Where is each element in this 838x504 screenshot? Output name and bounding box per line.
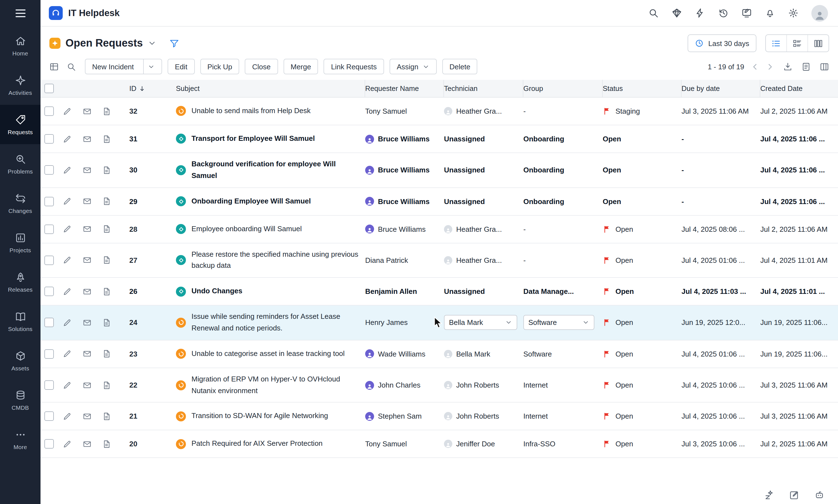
request-id[interactable]: 23 bbox=[116, 350, 151, 358]
notifications-bell-icon[interactable] bbox=[765, 8, 775, 18]
next-page-icon[interactable] bbox=[766, 62, 774, 71]
row-select-checkbox[interactable] bbox=[44, 349, 54, 359]
request-id[interactable]: 27 bbox=[116, 256, 151, 265]
request-subject[interactable]: Background verification for employee Wil… bbox=[151, 159, 365, 182]
flash-icon[interactable] bbox=[695, 8, 705, 18]
reply-mail-icon[interactable] bbox=[83, 197, 91, 206]
edit-request-icon[interactable] bbox=[63, 197, 72, 206]
reply-mail-icon[interactable] bbox=[83, 134, 91, 143]
delete-button[interactable]: Delete bbox=[442, 59, 477, 74]
view-selector-chevron-icon[interactable] bbox=[148, 39, 157, 48]
request-subject[interactable]: Migration of ERP VM on Hyper-V to OVHclo… bbox=[151, 374, 365, 397]
request-subject[interactable]: Patch Required for AIX Server Protection bbox=[151, 438, 365, 450]
reply-mail-icon[interactable] bbox=[83, 349, 91, 358]
sidebar-item-cmdb[interactable]: CMDB bbox=[0, 380, 40, 420]
sidebar-item-releases[interactable]: Releases bbox=[0, 262, 40, 302]
sidebar-item-changes[interactable]: Changes bbox=[0, 183, 40, 223]
request-subject[interactable]: Onboarding Employee Will Samuel bbox=[151, 195, 365, 207]
search-icon[interactable] bbox=[648, 8, 659, 18]
edit-request-icon[interactable] bbox=[63, 412, 72, 421]
reply-mail-icon[interactable] bbox=[83, 166, 91, 175]
row-select-checkbox[interactable] bbox=[44, 412, 54, 421]
edit-request-icon[interactable] bbox=[63, 166, 72, 175]
add-notes-icon[interactable] bbox=[102, 318, 111, 327]
sidebar-item-more[interactable]: More bbox=[0, 420, 40, 459]
row-select-checkbox[interactable] bbox=[44, 134, 54, 144]
column-header-created[interactable]: Created Date bbox=[760, 80, 838, 97]
sidebar-item-home[interactable]: Home bbox=[0, 26, 40, 66]
detail-view-button[interactable] bbox=[786, 35, 807, 52]
zia-icon[interactable] bbox=[764, 489, 775, 500]
edit-request-icon[interactable] bbox=[63, 224, 72, 233]
pick-up-button[interactable]: Pick Up bbox=[200, 59, 240, 74]
column-header-technician[interactable]: Technician bbox=[444, 80, 523, 97]
edit-request-icon[interactable] bbox=[63, 440, 72, 449]
prev-page-icon[interactable] bbox=[751, 62, 759, 71]
request-row-29[interactable]: 29 Onboarding Employee Will Samuel Bruce… bbox=[40, 188, 838, 215]
merge-button[interactable]: Merge bbox=[283, 59, 318, 74]
request-subject[interactable]: Issue while sending reminders for Asset … bbox=[151, 311, 365, 334]
add-notes-icon[interactable] bbox=[102, 349, 111, 358]
menu-icon[interactable] bbox=[0, 0, 40, 26]
edit-request-icon[interactable] bbox=[63, 318, 72, 327]
assign-button[interactable]: Assign bbox=[389, 59, 437, 74]
request-row-21[interactable]: 21 Transition to SD-WAN for Agile Networ… bbox=[40, 403, 838, 431]
row-select-checkbox[interactable] bbox=[44, 380, 54, 390]
edit-button[interactable]: Edit bbox=[168, 59, 194, 74]
column-header-id[interactable]: ID bbox=[116, 80, 151, 97]
add-notes-icon[interactable] bbox=[102, 381, 111, 390]
request-row-31[interactable]: 31 Transport for Employee Will Samuel Br… bbox=[40, 125, 838, 153]
request-id[interactable]: 26 bbox=[116, 287, 151, 295]
sidebar-item-assets[interactable]: Assets bbox=[0, 341, 40, 380]
request-subject[interactable]: Transition to SD-WAN for Agile Networkin… bbox=[151, 411, 365, 422]
request-row-28[interactable]: 28 Employee onboarding Will Samuel Bruce… bbox=[40, 215, 838, 243]
reply-mail-icon[interactable] bbox=[83, 224, 91, 233]
request-id[interactable]: 30 bbox=[116, 166, 151, 174]
row-select-checkbox[interactable] bbox=[44, 224, 54, 234]
reply-mail-icon[interactable] bbox=[83, 256, 91, 265]
select-all-checkbox[interactable] bbox=[44, 84, 54, 93]
sidebar-item-solutions[interactable]: Solutions bbox=[0, 302, 40, 341]
edit-request-icon[interactable] bbox=[63, 256, 72, 265]
add-notes-icon[interactable] bbox=[102, 412, 111, 421]
add-notes-icon[interactable] bbox=[102, 107, 111, 115]
add-notes-icon[interactable] bbox=[102, 224, 111, 233]
reply-mail-icon[interactable] bbox=[83, 287, 91, 296]
request-id[interactable]: 24 bbox=[116, 319, 151, 327]
sidebar-item-problems[interactable]: Problems bbox=[0, 144, 40, 183]
request-id[interactable]: 22 bbox=[116, 381, 151, 389]
request-subject[interactable]: Undo Changes bbox=[151, 286, 365, 298]
sidebar-item-requests[interactable]: Requests bbox=[0, 105, 40, 144]
column-header-due[interactable]: Due by date bbox=[681, 80, 760, 97]
group-dropdown[interactable]: Software bbox=[523, 315, 594, 330]
user-avatar[interactable] bbox=[811, 5, 828, 21]
row-select-checkbox[interactable] bbox=[44, 439, 54, 449]
request-subject[interactable]: Please restore the specified machine usi… bbox=[151, 249, 365, 272]
sidebar-item-activities[interactable]: Activities bbox=[0, 66, 40, 105]
request-id[interactable]: 32 bbox=[116, 107, 151, 115]
reply-mail-icon[interactable] bbox=[83, 318, 91, 327]
row-select-checkbox[interactable] bbox=[44, 287, 54, 296]
request-row-22[interactable]: 22 Migration of ERP VM on Hyper-V to OVH… bbox=[40, 368, 838, 403]
request-id[interactable]: 29 bbox=[116, 197, 151, 205]
add-notes-icon[interactable] bbox=[102, 440, 111, 449]
list-view-button[interactable] bbox=[766, 35, 786, 52]
add-notes-icon[interactable] bbox=[102, 166, 111, 175]
column-header-subject[interactable]: Subject bbox=[151, 80, 365, 97]
request-id[interactable]: 20 bbox=[116, 440, 151, 448]
row-select-checkbox[interactable] bbox=[44, 197, 54, 206]
request-subject[interactable]: Transport for Employee Will Samuel bbox=[151, 133, 365, 145]
reply-mail-icon[interactable] bbox=[83, 107, 91, 115]
add-notes-icon[interactable] bbox=[102, 134, 111, 143]
request-row-20[interactable]: 20 Patch Required for AIX Server Protect… bbox=[40, 431, 838, 458]
request-subject[interactable]: Unable to categorise asset in lease trac… bbox=[151, 348, 365, 360]
new-incident-button[interactable]: New Incident bbox=[85, 59, 162, 74]
compose-icon[interactable] bbox=[789, 489, 800, 500]
column-header-group[interactable]: Group bbox=[523, 80, 603, 97]
filter-icon[interactable] bbox=[170, 38, 179, 48]
edit-request-icon[interactable] bbox=[63, 287, 72, 296]
request-row-24[interactable]: 24 Issue while sending reminders for Ass… bbox=[40, 306, 838, 340]
request-id[interactable]: 21 bbox=[116, 412, 151, 420]
row-select-checkbox[interactable] bbox=[44, 318, 54, 327]
close-button[interactable]: Close bbox=[245, 59, 278, 74]
